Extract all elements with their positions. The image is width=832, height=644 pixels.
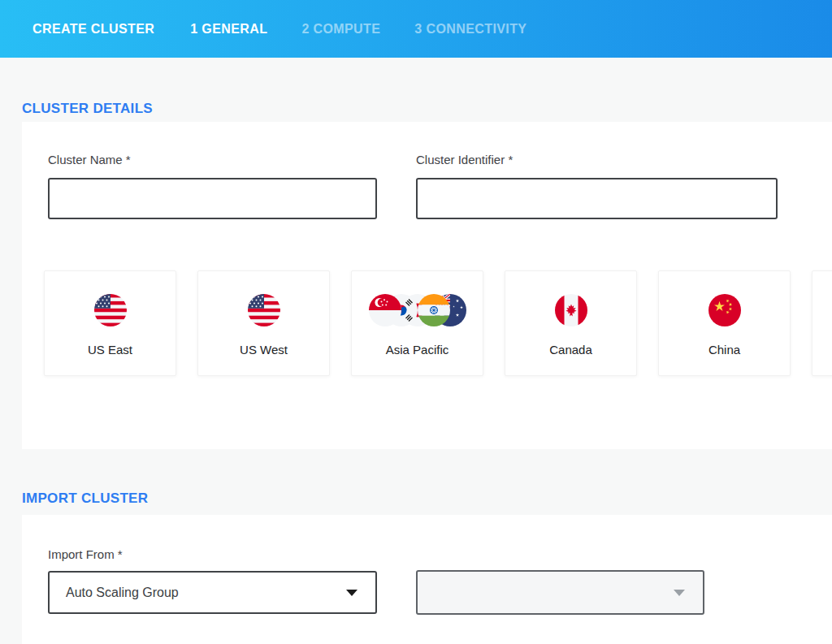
india-flag-icon (418, 294, 450, 326)
region-card-partial[interactable] (812, 270, 832, 376)
cluster-name-input[interactable] (48, 178, 377, 219)
tab-compute[interactable]: 2 COMPUTE (301, 22, 380, 37)
cluster-details-card: Cluster Name * Cluster Identifier * (22, 122, 832, 449)
import-cluster-card: Import From * Auto Scaling Group (22, 515, 832, 644)
tab-connectivity[interactable]: 3 CONNECTIVITY (414, 22, 526, 37)
cluster-name-label: Cluster Name * (48, 153, 377, 166)
chevron-down-icon (674, 590, 685, 596)
import-source-dropdown[interactable] (416, 570, 704, 615)
region-selector: US East (44, 270, 832, 376)
wizard-title: CREATE CLUSTER (32, 22, 154, 37)
import-from-label: Import From * (48, 547, 123, 561)
tab-general[interactable]: 1 GENERAL (190, 22, 267, 37)
chevron-down-icon (346, 590, 358, 596)
cluster-identifier-field: Cluster Identifier * (416, 153, 778, 219)
region-card-us-east[interactable]: US East (44, 270, 176, 376)
region-card-asia-pacific[interactable]: Asia Pacific (351, 270, 483, 376)
us-flag-icon (248, 292, 280, 328)
us-flag-icon (94, 292, 127, 328)
wizard-topbar: CREATE CLUSTER 1 GENERAL 2 COMPUTE 3 CON… (0, 0, 832, 58)
region-card-canada[interactable]: Canada (505, 270, 637, 376)
region-label: Canada (549, 343, 592, 357)
region-label: China (708, 343, 740, 357)
region-label: US East (88, 343, 132, 357)
cluster-identifier-label: Cluster Identifier * (416, 153, 778, 166)
region-card-china[interactable]: China (658, 270, 791, 376)
cluster-name-field: Cluster Name * (48, 153, 377, 219)
cluster-details-heading: CLUSTER DETAILS (22, 101, 153, 117)
canada-flag-icon (555, 292, 587, 328)
import-cluster-heading: IMPORT CLUSTER (22, 491, 148, 507)
asia-pacific-flags-icon (369, 292, 466, 328)
region-label: US West (240, 343, 288, 357)
singapore-flag-icon (369, 294, 401, 326)
region-card-us-west[interactable]: US West (197, 270, 330, 376)
import-from-value: Auto Scaling Group (66, 586, 179, 600)
region-label: Asia Pacific (386, 343, 449, 357)
china-flag-icon (708, 292, 741, 328)
import-from-dropdown[interactable]: Auto Scaling Group (48, 571, 377, 614)
cluster-identifier-input[interactable] (416, 178, 778, 219)
